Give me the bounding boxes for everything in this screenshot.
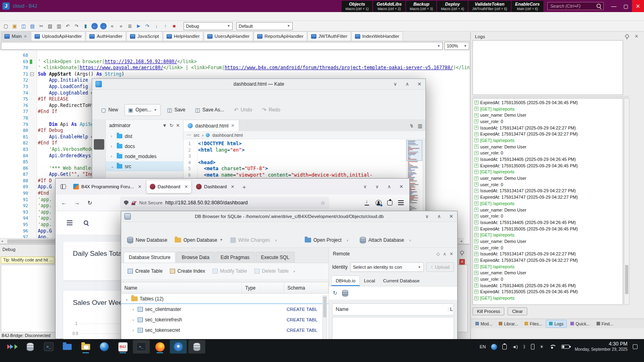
collapse-panel-icon[interactable]: ∧ <box>443 251 446 257</box>
browser-tab[interactable]: B4X Programming Foru... ✕ <box>70 180 145 193</box>
outdent-icon[interactable]: « <box>108 22 116 30</box>
tracking-protection-icon[interactable] <box>124 200 128 205</box>
scroll-right-icon[interactable]: ▸ <box>461 239 462 243</box>
new-database-button[interactable]: New Database <box>124 235 170 245</box>
reload-button[interactable]: ↻ <box>85 197 95 208</box>
browser-tab[interactable]: Dashboard ✕ <box>147 180 191 193</box>
close-tab-icon[interactable]: ✕ <box>231 123 235 128</box>
open-project-button[interactable]: Open Project <box>302 235 345 245</box>
macro-button[interactable]: Deploy Macro (ctrl + 4) <box>437 1 467 12</box>
module-tab[interactable]: JavaScript ✕ <box>126 31 163 41</box>
breadcrumb-file[interactable]: dashboard.html <box>212 133 243 138</box>
panel-tab[interactable]: Librar... <box>496 320 521 327</box>
new-file-icon[interactable]: ▢ <box>2 22 10 30</box>
db-titlebar[interactable]: DB Browser for SQLite - /home/com/.wine/… <box>121 211 457 222</box>
table-row[interactable]: › sec_clientmaster CREATE TABL <box>121 304 328 315</box>
list-tabs-icon[interactable]: ∨ <box>359 181 371 192</box>
minimize-button[interactable]: ∨ <box>372 181 383 192</box>
bluetooth-icon[interactable]: ᛒ <box>523 344 526 349</box>
pin-icon[interactable] <box>460 250 464 257</box>
open-button[interactable]: ▣Open...▼ <box>124 104 161 116</box>
macro-button[interactable]: Backup Macro (ctrl + 3) <box>406 1 436 12</box>
undo-button[interactable]: ↶Undo <box>231 105 256 115</box>
chevron-right-icon[interactable]: › <box>131 328 136 333</box>
logs-splitter[interactable] <box>473 96 629 98</box>
navigate-back-icon[interactable]: ← <box>90 22 99 30</box>
close-button[interactable]: ✕ <box>632 0 644 12</box>
chevron-right-icon[interactable]: › <box>293 269 295 274</box>
new-tab-button[interactable]: + <box>239 182 249 191</box>
remote-tab[interactable]: Current Database <box>379 276 424 286</box>
close-tab-icon[interactable]: ✕ <box>138 184 141 189</box>
module-tab[interactable]: HelpHandler ✕ <box>163 31 203 41</box>
browser-tab[interactable]: Dashboard ✕ <box>193 180 237 193</box>
macro-button[interactable]: ValidateToken JWTAuthFilter (ctrl + 5) <box>469 1 511 12</box>
b4j-titlebar[interactable]: J cloud - B4J Objects Macro (ctrl + 1) G… <box>0 0 644 12</box>
refresh-icon[interactable]: ↻ <box>333 290 337 296</box>
panel-tab[interactable]: Find... <box>594 320 616 327</box>
db-tab[interactable]: Execute SQL <box>256 252 295 263</box>
forward-button[interactable]: → <box>72 197 82 208</box>
open-database-button[interactable]: Open Database▼ <box>172 235 226 245</box>
panel-tab[interactable]: Quick... <box>568 320 593 327</box>
redo-icon[interactable]: ↷ <box>72 22 81 30</box>
minimize-button[interactable]: ∨ <box>421 211 433 222</box>
terminal-app-icon[interactable] <box>40 340 57 354</box>
wifi-icon[interactable] <box>549 344 556 350</box>
url-bar[interactable]: Not Secure http://192.168.50.92:8080/das… <box>120 197 329 209</box>
close-icon[interactable]: ✕ <box>176 123 180 128</box>
step-over-icon[interactable]: ↷ <box>143 22 152 30</box>
step-out-icon[interactable]: ↑ <box>161 22 169 30</box>
db-tab[interactable]: Browse Data <box>176 252 215 263</box>
step-into-icon[interactable]: ↓ <box>152 22 161 30</box>
panel-tab[interactable]: Files... <box>522 320 545 327</box>
modify-table-button[interactable]: Modify Table <box>209 266 250 276</box>
delete-table-button[interactable]: Delete Table <box>251 266 292 276</box>
create-table-button[interactable]: Create Table <box>124 266 166 276</box>
scroll-left-icon[interactable]: ◂ <box>1 239 3 243</box>
comment-icon[interactable]: ≣ <box>126 22 134 30</box>
write-changes-button[interactable]: Write Changes <box>227 235 273 245</box>
macro-button[interactable]: GetAddLibs Macro (ctrl + 2) <box>373 1 405 12</box>
save-all-icon[interactable]: ▤ <box>28 22 37 30</box>
minimize-button[interactable]: — <box>608 0 620 12</box>
kate-titlebar[interactable]: dashboard.html — Kate ∨ ∧ ✕ <box>92 79 425 90</box>
remote-name-header[interactable]: Name L <box>332 303 454 315</box>
clear-logs-button[interactable]: Clear <box>508 307 527 315</box>
build-config-select[interactable]: Debug▼ <box>184 22 233 30</box>
chevron-right-icon[interactable]: › <box>347 238 349 243</box>
module-tab[interactable]: IndexWebHandler ✕ <box>351 31 403 41</box>
remote-tab[interactable]: Local <box>360 276 379 286</box>
macro-button[interactable]: EnableCors Main (ctrl + 6) <box>512 1 543 12</box>
undo-icon[interactable]: ↶ <box>64 22 72 30</box>
navigate-forward-icon[interactable]: → <box>99 22 107 30</box>
kde-sphere-app-icon[interactable] <box>96 340 113 354</box>
pin-icon[interactable] <box>625 34 629 41</box>
maximize-button[interactable]: ∧ <box>384 181 395 192</box>
db-tab[interactable]: Database Structure <box>124 252 175 263</box>
file-manager-app-icon[interactable] <box>59 340 76 354</box>
extensions-icon[interactable] <box>387 200 392 206</box>
close-button[interactable]: ✕ <box>413 79 425 90</box>
column-header[interactable]: Schema <box>284 282 328 293</box>
stop-icon[interactable]: ■ <box>170 22 178 30</box>
logs-scrollbar[interactable] <box>624 98 630 305</box>
project-tree-item[interactable]: › docs <box>106 141 183 151</box>
keyboard-layout[interactable]: EN <box>480 344 486 349</box>
files-app-icon[interactable] <box>77 340 94 354</box>
module-tab[interactable]: ReportsApiHandler ✕ <box>254 31 307 41</box>
create-index-button[interactable]: Create Index <box>167 266 208 276</box>
save-as-button[interactable]: ◫Save As... <box>192 105 227 115</box>
close-tab-icon[interactable]: ✕ <box>184 184 188 189</box>
copy-icon[interactable]: ▧ <box>46 22 54 30</box>
maximize-button[interactable]: ▢ <box>620 0 632 12</box>
firefox-app-icon[interactable] <box>151 340 168 354</box>
bookmark-star-icon[interactable]: ☆ <box>320 200 325 206</box>
clock[interactable]: 4:30 PM Monday, September 29, 2025 <box>575 341 627 352</box>
volume-icon[interactable]: ◄) <box>512 344 518 349</box>
chevron-down-icon[interactable]: ⌄ <box>124 297 129 301</box>
minimize-button[interactable]: ∨ <box>389 79 401 90</box>
downloads-icon[interactable] <box>364 200 370 206</box>
chevron-down-icon[interactable]: ▼ <box>162 123 167 128</box>
close-panel-icon[interactable]: ✕ <box>635 34 638 39</box>
